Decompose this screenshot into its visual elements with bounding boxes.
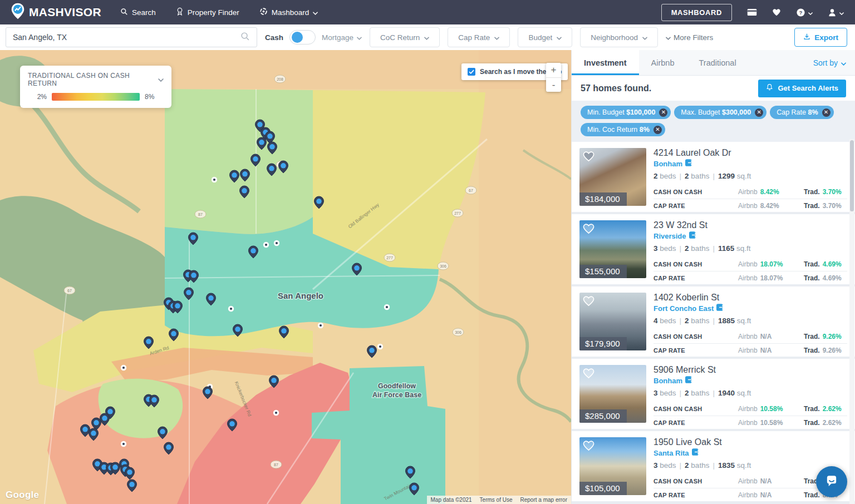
location-search-input[interactable] bbox=[13, 33, 240, 42]
cash-on-cash-row: CASH ON CASH Airbnb10.58% Trad.2.62% bbox=[653, 402, 847, 416]
more-filters-button[interactable]: More Filters bbox=[666, 33, 713, 42]
nav-item-property-finder[interactable]: Property Finder bbox=[176, 7, 239, 17]
chat-launcher[interactable] bbox=[816, 466, 847, 497]
metrics-table: CASH ON CASH AirbnbN/A Trad.9.26% CAP RA… bbox=[653, 329, 847, 357]
google-logo: Google bbox=[6, 490, 39, 501]
map-dot-marker[interactable] bbox=[212, 177, 217, 182]
sort-by-dropdown[interactable]: Sort by bbox=[813, 50, 846, 75]
favorite-heart-icon[interactable] bbox=[582, 440, 595, 453]
zoom-in-button[interactable]: + bbox=[546, 63, 561, 77]
neighborhood-link[interactable]: Bonham bbox=[653, 376, 847, 385]
results-panel: Investment Airbnb Traditional Sort by 57… bbox=[571, 50, 855, 504]
neighborhood-link[interactable]: Riverside bbox=[653, 231, 847, 240]
coc-return-filter-button[interactable]: CoC Return bbox=[370, 27, 440, 47]
map-dot-marker[interactable] bbox=[121, 365, 126, 370]
budget-filter-button[interactable]: Budget bbox=[518, 27, 572, 47]
favorite-heart-icon[interactable] bbox=[582, 295, 595, 309]
property-photo[interactable]: $184,000 bbox=[579, 148, 646, 206]
zoom-out-button[interactable]: - bbox=[546, 77, 561, 92]
map-dot-marker[interactable] bbox=[228, 306, 234, 312]
mortgage-dropdown[interactable]: Mortgage bbox=[322, 33, 362, 42]
property-address[interactable]: 1950 Live Oak St bbox=[653, 437, 847, 447]
map-canvas[interactable]: 67872776727787306306208208 Old Ballinger… bbox=[0, 50, 571, 504]
svg-text:?: ? bbox=[799, 9, 803, 15]
remove-chip-icon[interactable]: ✕ bbox=[653, 126, 662, 134]
neighborhood-filter-button[interactable]: Neighborhood bbox=[580, 27, 658, 47]
map-dot-marker[interactable] bbox=[274, 240, 279, 246]
map-dot-marker[interactable] bbox=[377, 344, 383, 349]
mashboard-dashboard-icon bbox=[259, 7, 268, 17]
cash-mortgage-toggle[interactable] bbox=[289, 30, 316, 45]
heat-region-right-band bbox=[479, 50, 571, 504]
map-dot-marker[interactable] bbox=[318, 323, 323, 328]
tab-traditional[interactable]: Traditional bbox=[686, 50, 748, 75]
property-card[interactable]: $285,000 5906 Merrick St Bonham 3 beds|2… bbox=[572, 359, 855, 429]
download-icon bbox=[803, 33, 810, 42]
map-dot-marker[interactable] bbox=[263, 242, 269, 248]
property-card[interactable]: $184,000 4214 Laurel Oak Dr Bonham 2 bed… bbox=[572, 142, 855, 212]
neighborhood-link[interactable]: Bonham bbox=[653, 159, 847, 168]
remove-chip-icon[interactable]: ✕ bbox=[659, 108, 667, 117]
cap-rate-row: CAP RATE AirbnbN/A Trad.9.26% bbox=[653, 343, 847, 357]
map-dot-marker[interactable] bbox=[384, 304, 390, 310]
property-card-list: $184,000 4214 Laurel Oak Dr Bonham 2 bed… bbox=[572, 142, 855, 504]
help-icon[interactable]: ? bbox=[796, 7, 813, 17]
legend-gradient-bar bbox=[52, 93, 140, 101]
property-address[interactable]: 1402 Koberlin St bbox=[653, 293, 847, 303]
property-info: 23 W 32nd St Riverside 3 beds|2 baths|11… bbox=[653, 220, 847, 278]
property-photo[interactable]: $179,900 bbox=[579, 293, 646, 350]
property-card[interactable]: $105,000 1950 Live Oak St Santa Rita 3 b… bbox=[572, 431, 855, 501]
external-link-icon bbox=[685, 376, 694, 385]
nav-item-label: Search bbox=[132, 8, 156, 17]
favorites-heart-icon[interactable] bbox=[772, 8, 781, 16]
search-icon[interactable] bbox=[240, 32, 250, 43]
map-dot-marker[interactable] bbox=[273, 410, 279, 416]
remove-chip-icon[interactable]: ✕ bbox=[755, 108, 763, 117]
cash-on-cash-row: CASH ON CASH Airbnb18.07% Trad.4.69% bbox=[653, 257, 847, 271]
tab-investment[interactable]: Investment bbox=[572, 50, 639, 75]
remove-chip-icon[interactable]: ✕ bbox=[822, 108, 831, 117]
chevron-down-icon[interactable] bbox=[158, 76, 164, 83]
favorite-heart-icon[interactable] bbox=[582, 223, 595, 236]
panel-scrollbar[interactable] bbox=[849, 139, 854, 504]
tab-airbnb[interactable]: Airbnb bbox=[639, 50, 687, 75]
map-dot-marker[interactable] bbox=[121, 441, 126, 447]
favorite-heart-icon[interactable] bbox=[582, 368, 595, 381]
filter-label: Budget bbox=[528, 33, 552, 42]
heat-region-green bbox=[165, 89, 313, 234]
user-account-icon[interactable] bbox=[828, 7, 844, 17]
beds-baths-sqft: 3 beds|2 baths|1835 sq.ft bbox=[653, 461, 847, 470]
neighborhood-link[interactable]: Santa Rita bbox=[653, 448, 847, 457]
get-search-alerts-button[interactable]: Get Search Alerts bbox=[758, 80, 846, 97]
chevron-down-icon bbox=[642, 33, 647, 42]
report-map-error-link[interactable]: Report a map error bbox=[517, 496, 571, 504]
property-photo[interactable]: $285,000 bbox=[579, 365, 646, 423]
export-button[interactable]: Export bbox=[794, 28, 847, 47]
neighborhood-link[interactable]: Fort Concho East bbox=[653, 304, 847, 313]
mashvisor-logo[interactable]: MASHVISOR bbox=[11, 3, 101, 22]
checkbox-checked-icon[interactable] bbox=[468, 68, 475, 76]
chevron-down-icon bbox=[313, 8, 318, 17]
nav-item-search[interactable]: Search bbox=[120, 8, 156, 17]
property-card[interactable]: $155,000 23 W 32nd St Riverside 3 beds|2… bbox=[572, 214, 855, 284]
property-photo[interactable]: $155,000 bbox=[579, 220, 646, 278]
cap-rate-filter-button[interactable]: Cap Rate bbox=[448, 27, 510, 47]
property-address[interactable]: 4214 Laurel Oak Dr bbox=[653, 148, 847, 158]
cash-on-cash-row: CASH ON CASH Airbnb8.42% Trad.3.70% bbox=[653, 185, 847, 199]
scrollbar-thumb[interactable] bbox=[850, 140, 854, 211]
property-card[interactable]: $179,900 1402 Koberlin St Fort Concho Ea… bbox=[572, 286, 855, 357]
favorite-heart-icon[interactable] bbox=[582, 151, 595, 164]
terms-of-use-link[interactable]: Terms of Use bbox=[476, 496, 517, 504]
location-search-box[interactable] bbox=[6, 27, 257, 47]
route-shield: 67 bbox=[465, 186, 476, 194]
property-address[interactable]: 23 W 32nd St bbox=[653, 220, 847, 230]
mashboard-button[interactable]: MASHBOARD bbox=[661, 4, 732, 21]
property-address[interactable]: 5906 Merrick St bbox=[653, 365, 847, 375]
heatmap-legend[interactable]: TRADITIONAL CASH ON CASH RETURN 2% 8% bbox=[20, 66, 171, 108]
property-photo[interactable]: $105,000 bbox=[579, 437, 646, 495]
svg-text:87: 87 bbox=[274, 463, 278, 467]
nav-item-mashboard[interactable]: Mashboard bbox=[259, 7, 318, 17]
billing-card-icon[interactable] bbox=[747, 8, 757, 16]
cap-rate-row: CAP RATE Airbnb8.42% Trad.3.70% bbox=[653, 199, 847, 213]
chevron-down-icon bbox=[839, 7, 844, 17]
